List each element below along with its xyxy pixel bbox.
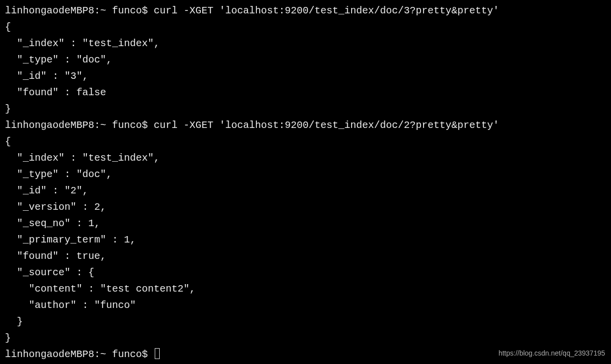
json-line: "_type" : "doc",	[5, 52, 606, 68]
username: funco	[112, 120, 142, 131]
json-line: "_type" : "doc",	[5, 166, 606, 182]
json-line: "_version" : 2,	[5, 199, 606, 215]
json-line: "_primary_term" : 1,	[5, 232, 606, 248]
json-close-brace: }	[5, 330, 606, 346]
json-open-brace: {	[5, 19, 606, 35]
json-line: "_index" : "test_index",	[5, 150, 606, 166]
json-open-brace: {	[5, 133, 606, 150]
cursor-icon	[155, 348, 160, 359]
hostname: linhongaodeMBP8	[5, 349, 94, 360]
path: ~	[100, 349, 106, 360]
json-line: "_seq_no" : 1,	[5, 215, 606, 232]
json-line: "found" : true,	[5, 248, 606, 264]
prompt-line: linhongaodeMBP8:~ funco$ curl -XGET 'loc…	[5, 2, 606, 19]
terminal-output[interactable]: linhongaodeMBP8:~ funco$ curl -XGET 'loc…	[5, 2, 606, 363]
command-text: curl -XGET 'localhost:9200/test_index/do…	[154, 120, 499, 131]
path: ~	[100, 5, 106, 16]
json-close-brace: }	[5, 101, 606, 117]
hostname: linhongaodeMBP8	[5, 120, 94, 131]
hostname: linhongaodeMBP8	[5, 5, 94, 16]
json-line: "found" : false	[5, 84, 606, 101]
command-text: curl -XGET 'localhost:9200/test_index/do…	[154, 5, 499, 16]
json-line: "_id" : "2",	[5, 182, 606, 199]
path: ~	[100, 120, 106, 131]
watermark-text: https://blog.csdn.net/qq_23937195	[498, 348, 605, 359]
json-line: "_id" : "3",	[5, 68, 606, 84]
prompt-line: linhongaodeMBP8:~ funco$ curl -XGET 'loc…	[5, 117, 606, 133]
json-line: "_source" : {	[5, 264, 606, 281]
username: funco	[112, 5, 142, 16]
json-line: }	[5, 313, 606, 330]
json-line: "author" : "funco"	[5, 297, 606, 313]
json-line: "_index" : "test_index",	[5, 35, 606, 52]
json-line: "content" : "test content2",	[5, 281, 606, 297]
username: funco	[112, 349, 142, 360]
